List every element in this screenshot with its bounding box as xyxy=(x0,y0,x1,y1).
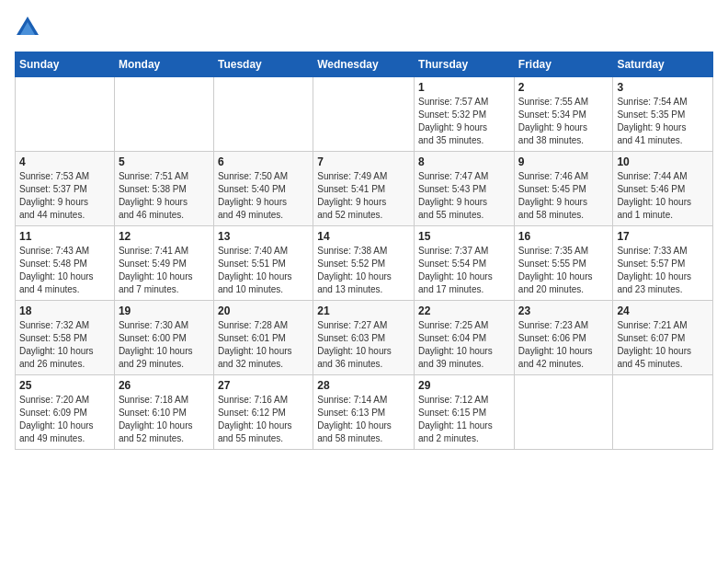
calendar-cell: 2Sunrise: 7:55 AMSunset: 5:34 PMDaylight… xyxy=(514,77,613,152)
day-detail: Sunrise: 7:35 AMSunset: 5:55 PMDaylight:… xyxy=(518,245,609,296)
day-detail: Sunrise: 7:32 AMSunset: 5:58 PMDaylight:… xyxy=(19,319,110,371)
day-number: 15 xyxy=(418,230,510,243)
day-number: 11 xyxy=(19,230,110,243)
calendar-cell: 22Sunrise: 7:25 AMSunset: 6:04 PMDayligh… xyxy=(415,301,515,375)
day-detail: Sunrise: 7:40 AMSunset: 5:51 PMDaylight:… xyxy=(218,245,309,296)
calendar-cell: 28Sunrise: 7:14 AMSunset: 6:13 PMDayligh… xyxy=(313,375,415,450)
calendar-cell: 26Sunrise: 7:18 AMSunset: 6:10 PMDayligh… xyxy=(114,375,213,450)
day-number: 8 xyxy=(418,155,510,168)
day-detail: Sunrise: 7:18 AMSunset: 6:10 PMDaylight:… xyxy=(119,394,210,445)
day-number: 24 xyxy=(617,304,709,317)
day-number: 29 xyxy=(418,379,510,392)
calendar-cell xyxy=(313,77,415,152)
calendar-cell xyxy=(114,77,213,152)
calendar-cell: 9Sunrise: 7:46 AMSunset: 5:45 PMDaylight… xyxy=(514,152,613,226)
weekday-header: Friday xyxy=(514,52,613,77)
day-number: 12 xyxy=(119,230,210,243)
calendar-cell: 8Sunrise: 7:47 AMSunset: 5:43 PMDaylight… xyxy=(415,152,515,226)
day-detail: Sunrise: 7:21 AMSunset: 6:07 PMDaylight:… xyxy=(617,319,709,371)
day-number: 19 xyxy=(119,304,210,317)
day-detail: Sunrise: 7:25 AMSunset: 6:04 PMDaylight:… xyxy=(418,319,510,371)
calendar-cell: 23Sunrise: 7:23 AMSunset: 6:06 PMDayligh… xyxy=(514,301,613,375)
calendar-cell: 15Sunrise: 7:37 AMSunset: 5:54 PMDayligh… xyxy=(415,226,515,301)
day-number: 28 xyxy=(317,379,410,392)
day-detail: Sunrise: 7:20 AMSunset: 6:09 PMDaylight:… xyxy=(19,394,110,445)
day-detail: Sunrise: 7:16 AMSunset: 6:12 PMDaylight:… xyxy=(218,394,309,445)
day-detail: Sunrise: 7:54 AMSunset: 5:35 PMDaylight:… xyxy=(617,96,709,147)
calendar-cell: 1Sunrise: 7:57 AMSunset: 5:32 PMDaylight… xyxy=(415,77,515,152)
calendar-cell: 25Sunrise: 7:20 AMSunset: 6:09 PMDayligh… xyxy=(16,375,115,450)
logo-icon xyxy=(15,15,40,40)
header xyxy=(15,15,713,40)
calendar-cell: 24Sunrise: 7:21 AMSunset: 6:07 PMDayligh… xyxy=(613,301,713,375)
day-number: 18 xyxy=(19,304,110,317)
day-number: 20 xyxy=(218,304,309,317)
calendar-cell: 11Sunrise: 7:43 AMSunset: 5:48 PMDayligh… xyxy=(16,226,115,301)
day-detail: Sunrise: 7:55 AMSunset: 5:34 PMDaylight:… xyxy=(518,96,609,147)
day-number: 16 xyxy=(518,230,609,243)
day-detail: Sunrise: 7:37 AMSunset: 5:54 PMDaylight:… xyxy=(418,245,510,296)
calendar-cell: 19Sunrise: 7:30 AMSunset: 6:00 PMDayligh… xyxy=(114,301,213,375)
day-number: 5 xyxy=(119,155,210,168)
logo xyxy=(15,15,44,40)
weekday-header: Monday xyxy=(114,52,213,77)
day-number: 22 xyxy=(418,304,510,317)
day-number: 23 xyxy=(518,304,609,317)
calendar-cell: 18Sunrise: 7:32 AMSunset: 5:58 PMDayligh… xyxy=(16,301,115,375)
calendar-cell xyxy=(16,77,115,152)
calendar-cell: 3Sunrise: 7:54 AMSunset: 5:35 PMDaylight… xyxy=(613,77,713,152)
day-detail: Sunrise: 7:51 AMSunset: 5:38 PMDaylight:… xyxy=(119,170,210,222)
day-number: 13 xyxy=(218,230,309,243)
day-detail: Sunrise: 7:50 AMSunset: 5:40 PMDaylight:… xyxy=(218,170,309,222)
calendar-cell: 7Sunrise: 7:49 AMSunset: 5:41 PMDaylight… xyxy=(313,152,415,226)
day-detail: Sunrise: 7:57 AMSunset: 5:32 PMDaylight:… xyxy=(418,96,510,147)
day-detail: Sunrise: 7:14 AMSunset: 6:13 PMDaylight:… xyxy=(317,394,410,445)
calendar-cell: 17Sunrise: 7:33 AMSunset: 5:57 PMDayligh… xyxy=(613,226,713,301)
weekday-header: Wednesday xyxy=(313,52,415,77)
calendar-cell xyxy=(213,77,313,152)
day-number: 17 xyxy=(617,230,709,243)
calendar-cell: 10Sunrise: 7:44 AMSunset: 5:46 PMDayligh… xyxy=(613,152,713,226)
calendar-cell: 12Sunrise: 7:41 AMSunset: 5:49 PMDayligh… xyxy=(114,226,213,301)
weekday-header: Tuesday xyxy=(213,52,313,77)
calendar-week: 18Sunrise: 7:32 AMSunset: 5:58 PMDayligh… xyxy=(16,301,713,375)
day-number: 4 xyxy=(19,155,110,168)
day-detail: Sunrise: 7:33 AMSunset: 5:57 PMDaylight:… xyxy=(617,245,709,296)
calendar-cell: 6Sunrise: 7:50 AMSunset: 5:40 PMDaylight… xyxy=(213,152,313,226)
calendar-week: 25Sunrise: 7:20 AMSunset: 6:09 PMDayligh… xyxy=(16,375,713,450)
calendar-cell: 14Sunrise: 7:38 AMSunset: 5:52 PMDayligh… xyxy=(313,226,415,301)
calendar-cell: 13Sunrise: 7:40 AMSunset: 5:51 PMDayligh… xyxy=(213,226,313,301)
day-detail: Sunrise: 7:28 AMSunset: 6:01 PMDaylight:… xyxy=(218,319,309,371)
calendar-week: 11Sunrise: 7:43 AMSunset: 5:48 PMDayligh… xyxy=(16,226,713,301)
day-detail: Sunrise: 7:27 AMSunset: 6:03 PMDaylight:… xyxy=(317,319,410,371)
calendar-cell: 5Sunrise: 7:51 AMSunset: 5:38 PMDaylight… xyxy=(114,152,213,226)
day-number: 1 xyxy=(418,81,510,94)
calendar-cell: 20Sunrise: 7:28 AMSunset: 6:01 PMDayligh… xyxy=(213,301,313,375)
calendar-week: 4Sunrise: 7:53 AMSunset: 5:37 PMDaylight… xyxy=(16,152,713,226)
calendar-cell: 16Sunrise: 7:35 AMSunset: 5:55 PMDayligh… xyxy=(514,226,613,301)
day-number: 21 xyxy=(317,304,410,317)
calendar: SundayMondayTuesdayWednesdayThursdayFrid… xyxy=(15,52,713,450)
calendar-cell xyxy=(613,375,713,450)
day-detail: Sunrise: 7:49 AMSunset: 5:41 PMDaylight:… xyxy=(317,170,410,222)
day-detail: Sunrise: 7:53 AMSunset: 5:37 PMDaylight:… xyxy=(19,170,110,222)
calendar-cell: 29Sunrise: 7:12 AMSunset: 6:15 PMDayligh… xyxy=(415,375,515,450)
weekday-header: Thursday xyxy=(415,52,515,77)
day-number: 9 xyxy=(518,155,609,168)
day-detail: Sunrise: 7:38 AMSunset: 5:52 PMDaylight:… xyxy=(317,245,410,296)
day-number: 7 xyxy=(317,155,410,168)
day-detail: Sunrise: 7:44 AMSunset: 5:46 PMDaylight:… xyxy=(617,170,709,222)
calendar-cell xyxy=(514,375,613,450)
calendar-week: 1Sunrise: 7:57 AMSunset: 5:32 PMDaylight… xyxy=(16,77,713,152)
calendar-cell: 21Sunrise: 7:27 AMSunset: 6:03 PMDayligh… xyxy=(313,301,415,375)
day-number: 3 xyxy=(617,81,709,94)
day-number: 27 xyxy=(218,379,309,392)
day-number: 10 xyxy=(617,155,709,168)
day-detail: Sunrise: 7:46 AMSunset: 5:45 PMDaylight:… xyxy=(518,170,609,222)
day-number: 6 xyxy=(218,155,309,168)
calendar-header: SundayMondayTuesdayWednesdayThursdayFrid… xyxy=(16,52,713,77)
weekday-header: Saturday xyxy=(613,52,713,77)
day-detail: Sunrise: 7:47 AMSunset: 5:43 PMDaylight:… xyxy=(418,170,510,222)
calendar-cell: 4Sunrise: 7:53 AMSunset: 5:37 PMDaylight… xyxy=(16,152,115,226)
day-detail: Sunrise: 7:23 AMSunset: 6:06 PMDaylight:… xyxy=(518,319,609,371)
